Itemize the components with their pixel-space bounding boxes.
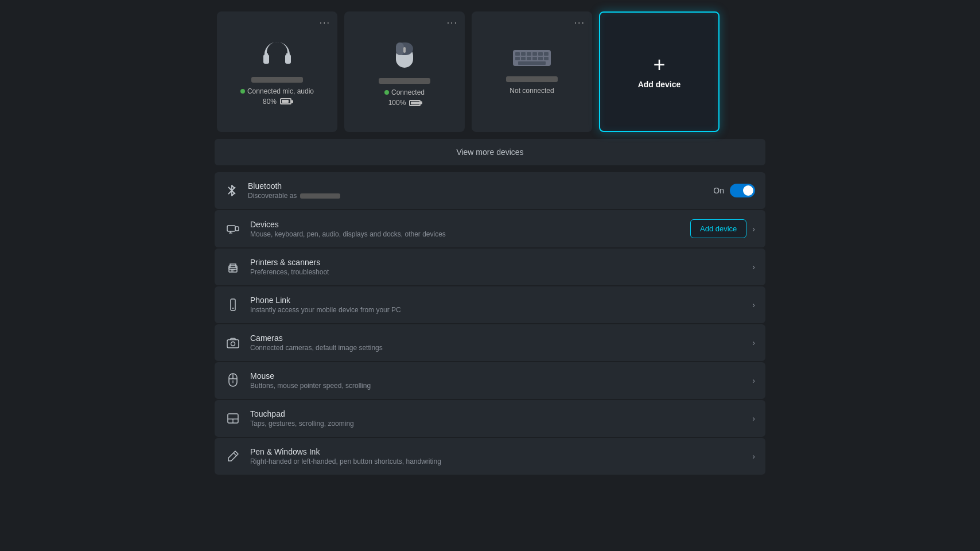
svg-rect-30 <box>227 340 239 348</box>
settings-item-phonelink[interactable]: Phone Link Instantly access your mobile … <box>215 286 765 323</box>
mouse-battery-icon <box>409 100 421 106</box>
phonelink-chevron: › <box>752 300 755 309</box>
pen-right: › <box>752 452 755 461</box>
bluetooth-text: Bluetooth Discoverable as <box>248 181 704 200</box>
phonelink-text: Phone Link Instantly access your mobile … <box>250 296 743 314</box>
device-card-mouse[interactable]: ··· Connected 100% <box>344 11 465 132</box>
mouse-settings-chevron: › <box>752 376 755 385</box>
settings-item-mouse[interactable]: Mouse Buttons, mouse pointer speed, scro… <box>215 362 765 399</box>
phonelink-title: Phone Link <box>250 296 743 305</box>
mouse-settings-right: › <box>752 376 755 385</box>
settings-list: Devices Mouse, keyboard, pen, audio, dis… <box>215 210 765 475</box>
printers-title: Printers & scanners <box>250 258 743 267</box>
headphones-status-dot <box>240 89 245 94</box>
pen-subtitle: Right-handed or left-handed, pen button … <box>250 457 743 465</box>
touchpad-subtitle: Taps, gestures, scrolling, zooming <box>250 420 743 428</box>
bluetooth-status-label: On <box>713 186 724 195</box>
bluetooth-right: On <box>713 184 755 197</box>
svg-line-39 <box>234 453 236 456</box>
device-card-headphones[interactable]: ··· Connected mic, audio 80% <box>217 11 337 132</box>
mouse-settings-title: Mouse <box>250 371 743 381</box>
svg-rect-7 <box>515 52 520 56</box>
mouse-icon <box>393 37 416 71</box>
cameras-subtitle: Connected cameras, default image setting… <box>250 344 743 352</box>
page-container: ··· Connected mic, audio 80% <box>0 0 980 551</box>
add-device-card[interactable]: + Add device <box>599 11 720 132</box>
headphones-battery-icon <box>280 98 291 104</box>
mouse-name-bar <box>379 78 430 84</box>
cameras-text: Cameras Connected cameras, default image… <box>250 333 743 352</box>
svg-rect-20 <box>227 226 235 231</box>
devices-right: Add device › <box>690 219 755 238</box>
cameras-chevron: › <box>752 338 755 347</box>
keyboard-icon <box>512 46 552 69</box>
mouse-settings-text: Mouse Buttons, mouse pointer speed, scro… <box>250 371 743 390</box>
cameras-title: Cameras <box>250 333 743 343</box>
settings-item-devices[interactable]: Devices Mouse, keyboard, pen, audio, dis… <box>215 210 765 247</box>
settings-item-pen[interactable]: Pen & Windows Ink Right-handed or left-h… <box>215 438 765 475</box>
pen-chevron: › <box>752 452 755 461</box>
headphones-battery-fill <box>282 100 289 103</box>
printers-right: › <box>752 262 755 271</box>
svg-rect-14 <box>521 57 526 60</box>
touchpad-text: Touchpad Taps, gestures, scrolling, zoom… <box>250 409 743 428</box>
svg-rect-17 <box>538 57 543 60</box>
bluetooth-toggle[interactable] <box>730 184 755 197</box>
pen-icon <box>225 448 241 464</box>
keyboard-status: Not connected <box>510 87 554 95</box>
svg-rect-9 <box>527 52 531 56</box>
pen-text: Pen & Windows Ink Right-handed or left-h… <box>250 447 743 465</box>
headphones-more-button[interactable]: ··· <box>320 18 330 28</box>
svg-rect-11 <box>538 52 543 56</box>
mouse-settings-subtitle: Buttons, mouse pointer speed, scrolling <box>250 382 743 390</box>
settings-item-cameras[interactable]: Cameras Connected cameras, default image… <box>215 324 765 361</box>
svg-rect-19 <box>518 61 546 65</box>
printers-icon <box>225 259 241 275</box>
printers-subtitle: Preferences, troubleshoot <box>250 268 743 276</box>
svg-rect-21 <box>235 227 239 231</box>
svg-point-31 <box>231 342 235 346</box>
headphones-status: Connected mic, audio <box>240 87 314 95</box>
bluetooth-title: Bluetooth <box>248 181 704 191</box>
svg-rect-10 <box>532 52 537 56</box>
svg-rect-5 <box>403 47 406 53</box>
svg-rect-1 <box>285 55 291 64</box>
device-card-keyboard[interactable]: ··· <box>472 11 592 132</box>
mouse-status: Connected <box>384 88 425 96</box>
svg-rect-4 <box>396 42 404 55</box>
printers-chevron: › <box>752 262 755 271</box>
touchpad-chevron: › <box>752 414 755 423</box>
touchpad-title: Touchpad <box>250 409 743 418</box>
bluetooth-icon <box>225 184 239 197</box>
plus-icon: + <box>653 55 665 75</box>
mouse-more-button[interactable]: ··· <box>447 18 458 28</box>
mouse-settings-icon <box>225 372 241 389</box>
settings-item-touchpad[interactable]: Touchpad Taps, gestures, scrolling, zoom… <box>215 400 765 437</box>
svg-rect-15 <box>527 57 531 60</box>
view-more-row[interactable]: View more devices <box>215 139 765 165</box>
bluetooth-subtitle: Discoverable as <box>248 192 704 200</box>
keyboard-name-bar <box>506 76 558 82</box>
svg-rect-13 <box>515 57 520 60</box>
headphones-battery-row: 80% <box>263 98 291 106</box>
settings-item-printers[interactable]: Printers & scanners Preferences, trouble… <box>215 249 765 285</box>
devices-text: Devices Mouse, keyboard, pen, audio, dis… <box>250 220 681 238</box>
svg-rect-28 <box>231 299 235 311</box>
mouse-battery-row: 100% <box>388 99 421 107</box>
bluetooth-row: Bluetooth Discoverable as On <box>215 172 765 209</box>
svg-rect-12 <box>544 52 549 56</box>
svg-rect-0 <box>263 55 269 64</box>
mouse-status-dot <box>384 90 389 95</box>
keyboard-more-button[interactable]: ··· <box>574 18 585 28</box>
phonelink-icon <box>225 297 241 313</box>
cameras-icon <box>225 335 241 351</box>
view-more-text: View more devices <box>456 148 523 157</box>
devices-subtitle: Mouse, keyboard, pen, audio, displays an… <box>250 230 681 238</box>
device-cards-row: ··· Connected mic, audio 80% <box>215 11 765 132</box>
headphones-icon <box>260 38 294 70</box>
devices-add-button[interactable]: Add device <box>690 219 746 238</box>
add-device-label: Add device <box>638 80 681 89</box>
bluetooth-name-bar <box>300 193 340 199</box>
printers-text: Printers & scanners Preferences, trouble… <box>250 258 743 276</box>
mouse-battery-fill <box>411 102 419 104</box>
